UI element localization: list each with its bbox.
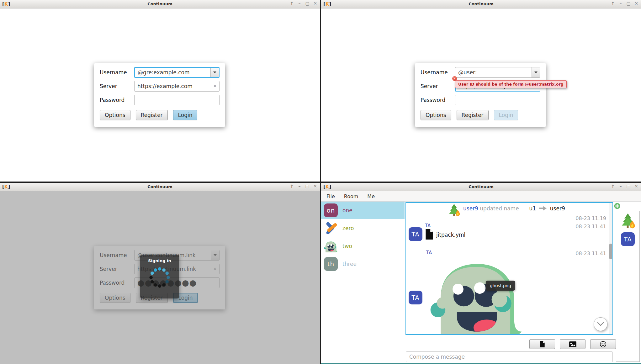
chevron-down-icon [213, 71, 216, 73]
room-label: two [342, 243, 352, 249]
options-button[interactable]: Options [100, 110, 130, 120]
room-item-three[interactable]: th three [321, 255, 405, 272]
member-avatar[interactable]: TA [621, 232, 635, 246]
message-timeline[interactable]: user9 updated name u1 user9 08-23 11:19 … [405, 202, 613, 335]
register-button[interactable]: Register [457, 110, 489, 120]
chevron-down-icon [597, 322, 604, 326]
username-value[interactable]: @user: [455, 69, 532, 76]
spinner-icon [147, 264, 172, 291]
invite-user-button[interactable] [614, 203, 620, 209]
k-logo-icon [324, 221, 338, 235]
window-login-3: [K] Continuum ↑ – ▢ ✕ Username @user:con… [0, 183, 320, 364]
minimize-icon[interactable]: – [618, 184, 623, 189]
room-item-zero[interactable]: zero [321, 219, 405, 237]
ghost-avatar-icon [324, 239, 338, 253]
shade-icon[interactable]: ↑ [289, 1, 294, 6]
username-combobox[interactable]: @user: [455, 67, 540, 78]
member-list: TA [616, 211, 640, 362]
server-input[interactable]: https://example.com ✕ [134, 81, 220, 92]
close-icon[interactable]: ✕ [634, 1, 638, 6]
password-input[interactable] [455, 95, 540, 105]
room-avatar: on [324, 203, 338, 217]
server-value[interactable]: https://example.com [135, 83, 219, 89]
shade-icon[interactable]: ↑ [289, 184, 294, 189]
event-old-name: u1 [529, 205, 536, 212]
window-title: Continuum [321, 184, 641, 189]
timeline-scrollbar[interactable] [609, 203, 612, 334]
scrollbar-thumb[interactable] [609, 244, 612, 259]
room-label: zero [342, 225, 354, 231]
room-avatar: th [324, 257, 338, 271]
server-label: Server [421, 83, 455, 89]
username-value[interactable]: @gre:example.com [135, 69, 210, 76]
message-sender: TA [425, 223, 431, 229]
window-title: Continuum [0, 184, 320, 189]
combobox-dropdown-button[interactable] [532, 67, 540, 77]
titlebar[interactable]: [K] Continuum ↑ – ▢ ✕ [0, 0, 320, 8]
combobox-dropdown-button[interactable] [210, 68, 219, 77]
window-chat: [K] Continuum ↑ – ▢ ✕ File Room Me on on… [321, 183, 641, 364]
send-file-button[interactable] [529, 339, 555, 349]
window-title: Continuum [0, 2, 320, 6]
event-text: user9 updated name u1 user9 [463, 205, 565, 212]
file-icon[interactable] [425, 229, 434, 241]
room-item-two[interactable]: two [321, 237, 405, 255]
member-panel-divider [614, 202, 614, 363]
options-button[interactable]: Options [421, 110, 451, 120]
file-name[interactable]: jitpack.yml [436, 232, 465, 238]
chevron-down-icon [534, 71, 538, 73]
password-label: Password [421, 97, 455, 103]
compose-message-input[interactable] [406, 351, 613, 362]
room-label: three [342, 261, 357, 267]
shade-icon[interactable]: ↑ [611, 1, 615, 6]
emoji-button[interactable] [590, 339, 616, 349]
message-timestamp: 08-23 11:41 [575, 251, 606, 256]
minimize-icon[interactable]: – [618, 1, 623, 6]
login-button[interactable]: Login [173, 110, 198, 120]
password-label: Password [100, 97, 134, 103]
scroll-to-bottom-button[interactable] [594, 317, 607, 331]
close-icon[interactable]: ✕ [313, 184, 317, 189]
image-tooltip: ghost.png [486, 281, 515, 291]
plus-icon [614, 203, 620, 209]
image-icon [569, 341, 577, 347]
signing-in-label: Signing in [140, 258, 179, 263]
close-icon[interactable]: ✕ [313, 1, 317, 6]
server-label: Server [100, 83, 134, 89]
username-combobox[interactable]: @gre:example.com [134, 67, 220, 78]
member-avatar-tree-fire-icon[interactable] [619, 213, 636, 231]
event-timestamp: 08-23 11:19 [575, 215, 606, 221]
minimize-icon[interactable]: – [297, 1, 302, 6]
window-login-2: [K] Continuum ↑ – ▢ ✕ Username @user: Se… [321, 0, 641, 182]
login-button-disabled: Login [494, 110, 518, 120]
maximize-icon[interactable]: ▢ [305, 184, 310, 189]
shade-icon[interactable]: ↑ [611, 184, 615, 189]
arrow-right-icon [539, 206, 547, 211]
login-form: Username @gre:example.com Server https:/… [94, 63, 225, 127]
menu-file[interactable]: File [326, 193, 335, 199]
maximize-icon[interactable]: ▢ [305, 1, 310, 6]
room-item-one[interactable]: on one [321, 202, 405, 219]
titlebar[interactable]: [K] Continuum ↑ – ▢ ✕ [321, 0, 641, 8]
menu-me[interactable]: Me [367, 193, 375, 199]
ghost-image[interactable] [429, 252, 524, 335]
error-tooltip: User ID should be of the form @user:matr… [455, 80, 567, 88]
tree-fire-avatar-icon [447, 203, 461, 219]
close-icon[interactable]: ✕ [634, 184, 638, 189]
signing-in-dialog: Signing in [140, 255, 179, 298]
clear-icon[interactable]: ✕ [213, 84, 217, 88]
minimize-icon[interactable]: – [297, 184, 302, 189]
avatar: TA [409, 291, 422, 304]
register-button[interactable]: Register [136, 110, 168, 120]
username-label: Username [421, 69, 455, 76]
maximize-icon[interactable]: ▢ [626, 184, 631, 189]
password-input[interactable] [134, 95, 220, 105]
titlebar[interactable]: [K] Continuum ↑ – ▢ ✕ [321, 183, 641, 191]
send-image-button[interactable] [560, 339, 585, 349]
window-title: Continuum [321, 2, 641, 6]
maximize-icon[interactable]: ▢ [626, 1, 631, 6]
event-sender: user9 [463, 205, 478, 212]
menu-room[interactable]: Room [344, 193, 358, 199]
titlebar[interactable]: [K] Continuum ↑ – ▢ ✕ [0, 183, 320, 191]
event-new-name: user9 [550, 205, 565, 212]
